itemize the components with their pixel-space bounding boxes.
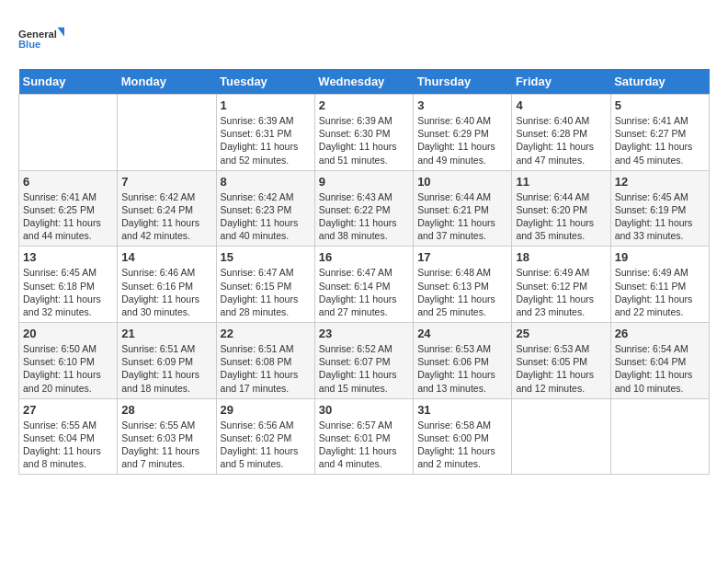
- calendar-day: 7 Sunrise: 6:42 AMSunset: 6:24 PMDayligh…: [118, 170, 216, 247]
- day-detail: Sunrise: 6:54 AMSunset: 6:04 PMDaylight:…: [615, 342, 705, 395]
- calendar-day: 4 Sunrise: 6:40 AMSunset: 6:28 PMDayligh…: [512, 95, 610, 171]
- svg-text:Blue: Blue: [18, 39, 40, 50]
- calendar-day: 29 Sunrise: 6:56 AMSunset: 6:02 PMDaylig…: [216, 398, 314, 475]
- page-header: General Blue: [18, 18, 710, 60]
- day-detail: Sunrise: 6:42 AMSunset: 6:24 PMDaylight:…: [121, 190, 211, 243]
- calendar-day: 8 Sunrise: 6:42 AMSunset: 6:23 PMDayligh…: [216, 170, 314, 247]
- day-number: 29: [221, 403, 311, 417]
- day-number: 22: [221, 327, 311, 340]
- calendar-day: 13 Sunrise: 6:45 AMSunset: 6:18 PMDaylig…: [19, 247, 118, 323]
- day-detail: Sunrise: 6:56 AMSunset: 6:02 PMDaylight:…: [221, 419, 311, 471]
- day-header-monday: Monday: [118, 69, 216, 95]
- day-number: 23: [319, 327, 409, 340]
- calendar-day: 12 Sunrise: 6:45 AMSunset: 6:19 PMDaylig…: [610, 170, 709, 247]
- calendar-day: 22 Sunrise: 6:51 AMSunset: 6:08 PMDaylig…: [216, 323, 314, 399]
- calendar-day: 18 Sunrise: 6:49 AMSunset: 6:12 PMDaylig…: [512, 247, 610, 323]
- calendar-day: 28 Sunrise: 6:55 AMSunset: 6:03 PMDaylig…: [118, 398, 216, 475]
- day-number: 25: [516, 327, 606, 340]
- day-detail: Sunrise: 6:46 AMSunset: 6:16 PMDaylight:…: [121, 266, 211, 318]
- calendar-day: 11 Sunrise: 6:44 AMSunset: 6:20 PMDaylig…: [512, 170, 610, 247]
- day-detail: Sunrise: 6:55 AMSunset: 6:03 PMDaylight:…: [121, 419, 211, 471]
- svg-text:General: General: [18, 29, 57, 40]
- calendar-week-4: 20 Sunrise: 6:50 AMSunset: 6:10 PMDaylig…: [19, 323, 710, 399]
- day-number: 10: [417, 175, 507, 189]
- calendar-day: 15 Sunrise: 6:47 AMSunset: 6:15 PMDaylig…: [216, 247, 314, 323]
- day-detail: Sunrise: 6:39 AMSunset: 6:31 PMDaylight:…: [221, 114, 311, 167]
- calendar-day: 19 Sunrise: 6:49 AMSunset: 6:11 PMDaylig…: [610, 247, 709, 323]
- calendar-day: 5 Sunrise: 6:41 AMSunset: 6:27 PMDayligh…: [610, 95, 709, 171]
- day-header-tuesday: Tuesday: [216, 69, 314, 95]
- calendar-day: 21 Sunrise: 6:51 AMSunset: 6:09 PMDaylig…: [118, 323, 216, 399]
- calendar-week-5: 27 Sunrise: 6:55 AMSunset: 6:04 PMDaylig…: [19, 398, 710, 475]
- day-number: 17: [417, 250, 507, 264]
- calendar-day: 31 Sunrise: 6:58 AMSunset: 6:00 PMDaylig…: [414, 398, 512, 475]
- day-number: 6: [23, 175, 113, 189]
- calendar-day: [118, 95, 216, 171]
- day-number: 24: [417, 327, 507, 340]
- calendar-day: 2 Sunrise: 6:39 AMSunset: 6:30 PMDayligh…: [314, 95, 413, 171]
- day-number: 26: [615, 327, 705, 340]
- calendar-day: 26 Sunrise: 6:54 AMSunset: 6:04 PMDaylig…: [610, 323, 709, 399]
- day-number: 7: [121, 175, 211, 189]
- calendar-day: [512, 398, 610, 475]
- day-number: 11: [516, 175, 606, 189]
- day-detail: Sunrise: 6:45 AMSunset: 6:18 PMDaylight:…: [23, 266, 113, 318]
- day-detail: Sunrise: 6:51 AMSunset: 6:08 PMDaylight:…: [221, 342, 311, 395]
- calendar-week-3: 13 Sunrise: 6:45 AMSunset: 6:18 PMDaylig…: [19, 247, 710, 323]
- day-detail: Sunrise: 6:45 AMSunset: 6:19 PMDaylight:…: [615, 190, 705, 243]
- day-number: 16: [319, 250, 409, 264]
- day-detail: Sunrise: 6:42 AMSunset: 6:23 PMDaylight:…: [221, 190, 311, 243]
- calendar-day: 24 Sunrise: 6:53 AMSunset: 6:06 PMDaylig…: [414, 323, 512, 399]
- day-detail: Sunrise: 6:47 AMSunset: 6:15 PMDaylight:…: [221, 266, 311, 318]
- day-header-friday: Friday: [512, 69, 610, 95]
- day-detail: Sunrise: 6:44 AMSunset: 6:21 PMDaylight:…: [417, 190, 507, 243]
- day-detail: Sunrise: 6:53 AMSunset: 6:05 PMDaylight:…: [516, 342, 606, 395]
- day-detail: Sunrise: 6:40 AMSunset: 6:29 PMDaylight:…: [417, 114, 507, 167]
- calendar-day: 14 Sunrise: 6:46 AMSunset: 6:16 PMDaylig…: [118, 247, 216, 323]
- day-detail: Sunrise: 6:40 AMSunset: 6:28 PMDaylight:…: [516, 114, 606, 167]
- day-number: 19: [615, 250, 705, 264]
- calendar-day: [610, 398, 709, 475]
- day-number: 4: [516, 98, 606, 112]
- day-number: 5: [615, 98, 705, 112]
- calendar-week-1: 1 Sunrise: 6:39 AMSunset: 6:31 PMDayligh…: [19, 95, 710, 171]
- day-number: 9: [319, 175, 409, 189]
- logo: General Blue: [18, 18, 64, 60]
- day-detail: Sunrise: 6:48 AMSunset: 6:13 PMDaylight:…: [417, 266, 507, 318]
- day-detail: Sunrise: 6:57 AMSunset: 6:01 PMDaylight:…: [319, 419, 409, 471]
- day-detail: Sunrise: 6:58 AMSunset: 6:00 PMDaylight:…: [417, 419, 507, 471]
- day-detail: Sunrise: 6:41 AMSunset: 6:25 PMDaylight:…: [23, 190, 113, 243]
- calendar-table: SundayMondayTuesdayWednesdayThursdayFrid…: [18, 69, 710, 475]
- day-detail: Sunrise: 6:44 AMSunset: 6:20 PMDaylight:…: [516, 190, 606, 243]
- day-number: 21: [121, 327, 211, 340]
- day-number: 12: [615, 175, 705, 189]
- day-number: 20: [23, 327, 113, 340]
- day-number: 27: [23, 403, 113, 417]
- day-detail: Sunrise: 6:47 AMSunset: 6:14 PMDaylight:…: [319, 266, 409, 318]
- day-detail: Sunrise: 6:49 AMSunset: 6:12 PMDaylight:…: [516, 266, 606, 318]
- day-number: 14: [121, 250, 211, 264]
- day-number: 15: [221, 250, 311, 264]
- day-header-wednesday: Wednesday: [314, 69, 413, 95]
- calendar-day: 1 Sunrise: 6:39 AMSunset: 6:31 PMDayligh…: [216, 95, 314, 171]
- day-detail: Sunrise: 6:41 AMSunset: 6:27 PMDaylight:…: [615, 114, 705, 167]
- calendar-day: 23 Sunrise: 6:52 AMSunset: 6:07 PMDaylig…: [314, 323, 413, 399]
- calendar-day: 16 Sunrise: 6:47 AMSunset: 6:14 PMDaylig…: [314, 247, 413, 323]
- day-detail: Sunrise: 6:39 AMSunset: 6:30 PMDaylight:…: [319, 114, 409, 167]
- day-number: 30: [319, 403, 409, 417]
- day-number: 13: [23, 250, 113, 264]
- day-detail: Sunrise: 6:49 AMSunset: 6:11 PMDaylight:…: [615, 266, 705, 318]
- day-header-sunday: Sunday: [19, 69, 118, 95]
- day-number: 8: [221, 175, 311, 189]
- calendar-day: 9 Sunrise: 6:43 AMSunset: 6:22 PMDayligh…: [314, 170, 413, 247]
- day-detail: Sunrise: 6:55 AMSunset: 6:04 PMDaylight:…: [23, 419, 113, 471]
- calendar-day: 25 Sunrise: 6:53 AMSunset: 6:05 PMDaylig…: [512, 323, 610, 399]
- logo-svg: General Blue: [18, 18, 64, 60]
- day-number: 28: [121, 403, 211, 417]
- day-header-thursday: Thursday: [414, 69, 512, 95]
- day-detail: Sunrise: 6:51 AMSunset: 6:09 PMDaylight:…: [121, 342, 211, 395]
- day-detail: Sunrise: 6:43 AMSunset: 6:22 PMDaylight:…: [319, 190, 409, 243]
- day-detail: Sunrise: 6:52 AMSunset: 6:07 PMDaylight:…: [319, 342, 409, 395]
- day-number: 3: [417, 98, 507, 112]
- calendar-day: 3 Sunrise: 6:40 AMSunset: 6:29 PMDayligh…: [414, 95, 512, 171]
